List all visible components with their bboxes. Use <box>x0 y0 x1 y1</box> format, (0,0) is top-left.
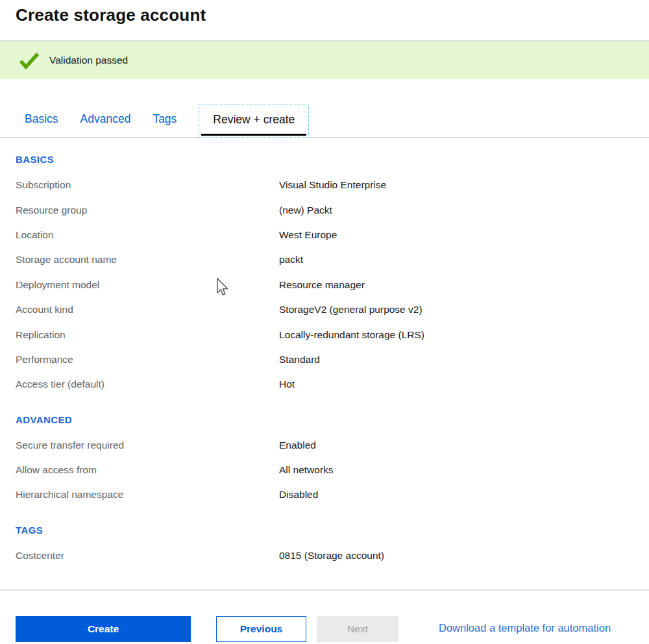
summary-row: Hierarchical namespace Disabled <box>16 482 649 507</box>
row-label: Costcenter <box>16 550 279 562</box>
download-template-link[interactable]: Download a template for automation <box>439 622 611 642</box>
summary-row: Storage account name packt <box>16 247 649 272</box>
row-value: Standard <box>279 354 649 365</box>
row-label: Resource group <box>16 204 279 216</box>
row-value: Resource manager <box>279 279 649 291</box>
row-label: Allow access from <box>16 464 279 476</box>
summary-row: Allow access from All networks <box>16 458 649 482</box>
row-label: Access tier (default) <box>16 378 279 390</box>
summary-row: Location West Europe <box>16 223 649 247</box>
row-label: Storage account name <box>16 254 279 266</box>
tab-advanced[interactable]: Advanced <box>80 103 131 137</box>
review-summary: BASICS Subscription Visual Studio Enterp… <box>0 138 649 568</box>
row-label: Secure transfer required <box>16 440 279 451</box>
section-tags: TAGS Costcenter 0815 (Storage account) <box>16 525 649 568</box>
row-value: Enabled <box>279 440 649 451</box>
summary-row: Access tier (default) Hot <box>16 372 649 397</box>
summary-row: Performance Standard <box>16 347 649 372</box>
summary-row: Secure transfer required Enabled <box>16 433 649 458</box>
row-value: 0815 (Storage account) <box>279 550 649 562</box>
row-value: All networks <box>279 464 649 476</box>
row-label: Location <box>16 229 279 241</box>
page-title: Create storage account <box>0 0 649 40</box>
section-basics: BASICS Subscription Visual Studio Enterp… <box>16 154 649 397</box>
tab-review-create[interactable]: Review + create <box>199 105 309 138</box>
summary-row: Account kind StorageV2 (general purpose … <box>16 297 649 322</box>
row-value: StorageV2 (general purpose v2) <box>279 304 649 316</box>
row-label: Hierarchical namespace <box>16 489 279 501</box>
previous-button[interactable]: Previous <box>216 616 306 642</box>
checkmark-icon <box>19 52 39 69</box>
row-value: (new) Packt <box>279 204 649 216</box>
tab-bar: Basics Advanced Tags Review + create <box>0 103 649 138</box>
row-label: Replication <box>16 329 279 341</box>
row-value: West Europe <box>279 229 649 241</box>
section-heading-basics: BASICS <box>16 154 649 165</box>
tab-basics[interactable]: Basics <box>25 103 58 137</box>
row-value: packt <box>279 254 649 266</box>
summary-row: Subscription Visual Studio Enterprise <box>16 173 649 197</box>
row-label: Deployment model <box>16 279 279 291</box>
summary-row: Replication Locally-redundant storage (L… <box>16 322 649 347</box>
row-label: Account kind <box>16 304 279 316</box>
row-value: Disabled <box>279 489 649 501</box>
row-label: Subscription <box>16 179 279 191</box>
validation-banner: Validation passed <box>0 40 649 79</box>
row-value: Visual Studio Enterprise <box>279 179 649 191</box>
section-heading-advanced: ADVANCED <box>16 414 649 425</box>
create-button[interactable]: Create <box>16 616 191 642</box>
row-value: Hot <box>279 378 649 390</box>
row-label: Performance <box>16 354 279 365</box>
summary-row: Resource group (new) Packt <box>16 197 649 222</box>
next-button[interactable]: Next <box>317 616 398 642</box>
summary-row: Costcenter 0815 (Storage account) <box>16 543 649 568</box>
section-heading-tags: TAGS <box>16 525 649 536</box>
section-advanced: ADVANCED Secure transfer required Enable… <box>16 414 649 508</box>
tab-tags[interactable]: Tags <box>153 103 177 137</box>
summary-row: Deployment model Resource manager <box>16 273 649 297</box>
validation-message: Validation passed <box>49 55 128 66</box>
footer-bar: Create Previous Next Download a template… <box>0 589 649 644</box>
row-value: Locally-redundant storage (LRS) <box>279 329 649 341</box>
